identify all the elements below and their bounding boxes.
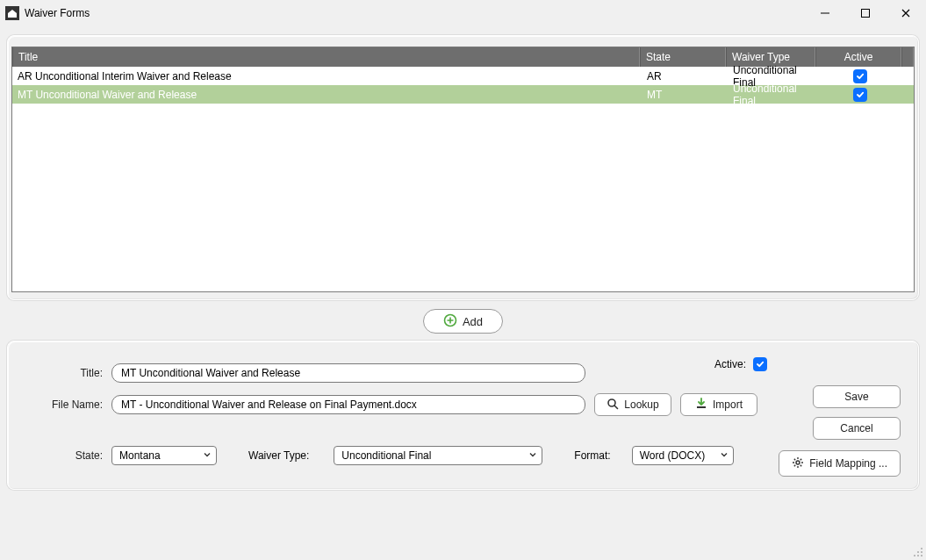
svg-rect-7 <box>917 551 919 553</box>
svg-rect-0 <box>821 13 829 14</box>
search-icon <box>607 398 619 413</box>
save-button-label: Save <box>844 391 868 403</box>
cell-title: MT Unconditional Waiver and Release <box>12 85 642 104</box>
col-header-end <box>901 47 914 67</box>
minimize-button[interactable] <box>805 0 845 26</box>
add-button-label: Add <box>463 315 483 328</box>
col-header-type-text: Waiver Type <box>732 51 790 63</box>
col-header-active[interactable]: Active <box>815 47 901 67</box>
format-select-value: Word (DOCX) <box>640 449 705 462</box>
cell-active <box>817 85 903 104</box>
waiver-grid[interactable]: Title State Waiver Type Active AR Uncond… <box>11 47 915 292</box>
grid-panel: Title State Waiver Type Active AR Uncond… <box>7 35 919 300</box>
add-button[interactable]: Add <box>423 309 503 334</box>
state-select-value: Montana <box>119 449 161 462</box>
import-icon <box>695 398 707 413</box>
lookup-button-label: Lookup <box>624 398 658 411</box>
row-active-checkbox[interactable] <box>853 69 867 83</box>
active-checkbox[interactable] <box>753 357 767 371</box>
field-mapping-button-label: Field Mapping ... <box>809 457 887 470</box>
state-select[interactable]: Montana <box>111 446 217 465</box>
cell-state: AR <box>642 67 728 85</box>
title-bar: Waiver Forms <box>0 0 926 26</box>
waiver-type-select[interactable]: Unconditional Final <box>334 446 542 465</box>
waiver-type-label: Waiver Type: <box>248 449 309 462</box>
svg-rect-10 <box>917 555 919 556</box>
format-select[interactable]: Word (DOCX) <box>632 446 734 465</box>
svg-rect-6 <box>921 548 922 549</box>
col-header-title[interactable]: Title <box>12 47 640 67</box>
col-header-state-text: State <box>646 51 671 63</box>
svg-rect-4 <box>697 406 706 408</box>
svg-rect-8 <box>921 551 922 553</box>
field-mapping-button[interactable]: Field Mapping ... <box>779 450 901 477</box>
gear-icon <box>792 456 804 471</box>
cell-state: MT <box>642 85 728 104</box>
resize-grip-icon[interactable] <box>912 546 924 558</box>
svg-rect-9 <box>914 555 915 556</box>
cancel-button[interactable]: Cancel <box>813 417 901 440</box>
window-title: Waiver Forms <box>25 7 90 19</box>
waiver-type-select-value: Unconditional Final <box>341 449 431 462</box>
col-header-active-text: Active <box>844 51 873 63</box>
detail-panel: Active: Save Cancel Title: File Name: <box>7 341 919 490</box>
title-label: Title: <box>25 367 103 379</box>
cell-title: AR Unconditional Interim Waiver and Rele… <box>12 67 642 85</box>
active-label: Active: <box>714 358 746 370</box>
app-icon <box>5 6 19 20</box>
format-label: Format: <box>574 449 610 462</box>
col-header-state[interactable]: State <box>640 47 726 67</box>
file-name-input[interactable] <box>111 395 585 414</box>
svg-point-5 <box>796 461 800 464</box>
cancel-button-label: Cancel <box>840 422 872 434</box>
cell-end <box>903 85 914 104</box>
state-label: State: <box>25 449 103 462</box>
table-row[interactable]: MT Unconditional Waiver and ReleaseMTUnc… <box>12 85 914 104</box>
save-button[interactable]: Save <box>813 385 901 408</box>
import-button-label: Import <box>713 398 743 411</box>
cell-active <box>817 67 903 85</box>
file-name-label: File Name: <box>25 398 103 411</box>
add-icon <box>443 313 457 330</box>
svg-rect-11 <box>921 555 922 556</box>
title-input[interactable] <box>111 363 585 383</box>
row-active-checkbox[interactable] <box>853 88 867 102</box>
close-button[interactable] <box>886 0 926 26</box>
import-button[interactable]: Import <box>680 393 757 416</box>
lookup-button[interactable]: Lookup <box>594 393 671 416</box>
cell-end <box>903 67 914 85</box>
maximize-button[interactable] <box>845 0 886 26</box>
svg-rect-1 <box>862 10 870 18</box>
col-header-title-text: Title <box>18 51 38 63</box>
cell-type: Unconditional Final <box>728 85 817 104</box>
